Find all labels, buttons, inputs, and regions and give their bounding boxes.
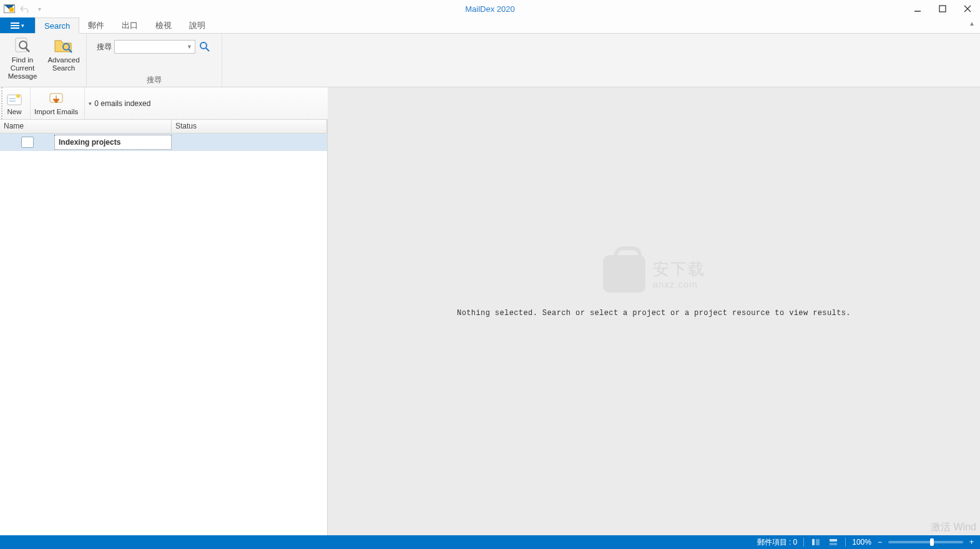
qat-undo-icon[interactable] bbox=[19, 4, 30, 14]
maximize-button[interactable] bbox=[930, 0, 955, 17]
left-panel: New Import Emails ▾ 0 emails indexed Nam… bbox=[0, 87, 328, 535]
zoom-out-button[interactable]: − bbox=[878, 538, 882, 547]
zoom-slider[interactable] bbox=[888, 541, 963, 543]
new-label: New bbox=[5, 108, 24, 115]
chevron-down-icon: ▼ bbox=[187, 44, 192, 50]
file-menu-icon bbox=[11, 22, 19, 29]
divider bbox=[845, 538, 846, 547]
close-button[interactable] bbox=[955, 0, 980, 17]
file-tab[interactable]: ▾ bbox=[0, 17, 35, 33]
adv-label: Advanced Search bbox=[46, 56, 81, 72]
svg-rect-20 bbox=[816, 539, 820, 545]
svg-rect-6 bbox=[11, 27, 19, 29]
watermark-sub: anxz.com bbox=[653, 279, 705, 289]
tab-help[interactable]: 說明 bbox=[180, 17, 214, 33]
svg-line-13 bbox=[206, 48, 209, 51]
table-row[interactable]: Indexing projects bbox=[0, 134, 327, 151]
tab-export[interactable]: 出口 bbox=[113, 17, 147, 33]
search-combobox[interactable]: ▼ bbox=[114, 40, 195, 54]
view-mode-1-button[interactable] bbox=[810, 537, 821, 547]
preview-panel: 安下载 anxz.com Nothing selected. Search or… bbox=[328, 87, 980, 535]
ribbon-group-label: 搜尋 bbox=[91, 75, 218, 85]
svg-rect-22 bbox=[830, 543, 837, 545]
placeholder-message: Nothing selected. Search or select a pro… bbox=[457, 309, 851, 318]
import-emails-button[interactable]: Import Emails bbox=[31, 87, 85, 119]
cell-name[interactable]: Indexing projects bbox=[54, 135, 172, 150]
tab-search[interactable]: Search bbox=[35, 17, 79, 34]
find-label: Find in Current Message bbox=[5, 56, 40, 81]
project-icon bbox=[21, 137, 34, 148]
magnifier-page-icon bbox=[12, 36, 32, 55]
zoom-in-button[interactable]: + bbox=[969, 538, 974, 547]
import-label: Import Emails bbox=[34, 108, 78, 115]
divider bbox=[803, 538, 804, 547]
tab-view[interactable]: 檢視 bbox=[147, 17, 180, 33]
import-icon bbox=[47, 92, 66, 107]
grid-body[interactable]: Indexing projects bbox=[0, 134, 327, 535]
svg-rect-7 bbox=[16, 38, 27, 52]
folder-search-icon bbox=[54, 36, 74, 55]
tab-mail[interactable]: 郵件 bbox=[79, 17, 113, 33]
bag-icon bbox=[603, 255, 645, 293]
new-project-icon bbox=[5, 92, 24, 107]
watermark: 安下载 anxz.com bbox=[603, 255, 705, 293]
zoom-percent[interactable]: 100% bbox=[852, 538, 871, 547]
indexed-status[interactable]: ▾ 0 emails indexed bbox=[85, 99, 150, 108]
column-header-status[interactable]: Status bbox=[172, 120, 327, 133]
advanced-search-button[interactable]: Advanced Search bbox=[45, 35, 82, 82]
svg-rect-1 bbox=[939, 6, 946, 12]
qat-customize-icon[interactable]: ▾ bbox=[34, 4, 45, 14]
svg-rect-5 bbox=[11, 25, 19, 26]
svg-rect-19 bbox=[812, 539, 815, 545]
ribbon-tabs: ▾ Search 郵件 出口 檢視 說明 ▲ bbox=[0, 17, 980, 34]
app-icon bbox=[4, 4, 15, 13]
project-toolbar: New Import Emails ▾ 0 emails indexed bbox=[0, 87, 328, 120]
status-bar: 郵件項目 : 0 100% − + bbox=[0, 535, 980, 549]
window-title: MailDex 2020 bbox=[465, 4, 515, 14]
status-mail-count: 郵件項目 : 0 bbox=[757, 537, 798, 548]
svg-rect-4 bbox=[11, 22, 19, 24]
grid-header: Name Status bbox=[0, 120, 327, 134]
svg-point-15 bbox=[16, 94, 20, 98]
search-go-button[interactable] bbox=[198, 40, 212, 54]
minimize-button[interactable] bbox=[905, 0, 930, 17]
svg-rect-21 bbox=[830, 539, 837, 542]
chevron-down-icon: ▾ bbox=[89, 100, 92, 107]
column-header-name[interactable]: Name bbox=[0, 120, 172, 133]
view-mode-2-button[interactable] bbox=[828, 537, 839, 547]
title-bar: ▾ MailDex 2020 bbox=[0, 0, 980, 17]
ribbon-collapse-button[interactable]: ▲ bbox=[969, 20, 975, 27]
ribbon-body: Find in Current Message Advanced Search … bbox=[0, 34, 980, 87]
new-project-button[interactable]: New bbox=[1, 87, 31, 119]
svg-point-12 bbox=[200, 42, 207, 49]
search-icon bbox=[199, 41, 210, 52]
watermark-text: 安下载 bbox=[653, 258, 705, 280]
indexed-count-label: 0 emails indexed bbox=[94, 99, 150, 108]
find-in-current-button[interactable]: Find in Current Message bbox=[4, 35, 41, 82]
search-field-label: 搜尋 bbox=[97, 42, 112, 52]
